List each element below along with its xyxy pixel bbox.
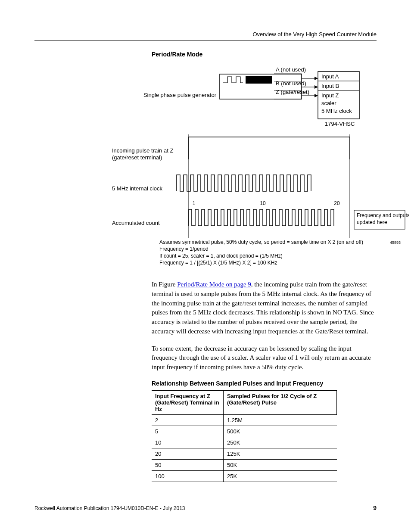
table-header-1: Input Frequency at Z (Gate/Reset) Termin… [152,390,224,414]
figure-link[interactable]: Period/Rate Mode on page 9 [177,281,251,288]
period-rate-diagram: Single phase pulse generator A (not used… [99,65,411,268]
table-row: 10025K [152,470,337,482]
svg-text:Frequency and outputs: Frequency and outputs [357,212,409,218]
svg-text:updated here: updated here [357,219,387,225]
svg-rect-1 [246,76,272,84]
svg-text:Z (gate/reset): Z (gate/reset) [276,89,309,95]
figure-title: Period/Rate Mode [152,51,377,58]
svg-marker-6 [314,77,318,80]
svg-text:20: 20 [334,200,340,206]
paragraph-1: In Figure Period/Rate Mode on page 9, th… [152,280,378,372]
svg-marker-8 [314,94,318,97]
svg-marker-7 [314,85,318,89]
svg-text:Input A: Input A [321,73,339,80]
svg-text:Input Z: Input Z [321,92,339,99]
table-row: 10250K [152,437,337,448]
page-number: 9 [373,504,377,511]
table-row: 21.25M [152,414,337,426]
svg-text:5 MHz clock: 5 MHz clock [321,108,352,114]
svg-text:10: 10 [260,200,266,206]
svg-text:45893: 45893 [390,240,401,245]
svg-text:Input B: Input B [321,83,339,89]
svg-text:Assumes symmetrical pulse, 50%: Assumes symmetrical pulse, 50% duty cycl… [159,239,363,245]
table-title: Relationship Between Sampled Pulses and … [152,380,377,387]
table-row: 5500K [152,426,337,437]
svg-text:(gate/reset terminal): (gate/reset terminal) [112,154,162,161]
svg-text:5 MHz internal clock: 5 MHz internal clock [112,185,163,192]
frequency-table: Input Frequency at Z (Gate/Reset) Termin… [152,390,337,482]
svg-text:If count = 25, scaler = 1, and: If count = 25, scaler = 1, and clock per… [159,253,283,259]
footer-publication: Rockwell Automation Publication 1794-UM0… [34,505,377,511]
paragraph-2: To some extent, the decrease in accuracy… [152,344,378,372]
svg-text:Frequency = 1 / [(25/1) X (1/5: Frequency = 1 / [(25/1) X (1/5 MHz) X 2]… [159,260,277,266]
para1-prefix: In Figure [152,281,177,288]
para1-suffix: , the incoming pulse train from the gate… [152,281,374,335]
svg-text:Accumulated count: Accumulated count [112,220,160,226]
svg-text:Frequency = 1/period: Frequency = 1/period [159,246,209,252]
table-header-2: Sampled Pulses for 1/2 Cycle of Z (Gate/… [224,390,337,414]
svg-text:Single phase pulse generator: Single phase pulse generator [143,92,217,98]
svg-text:scaler: scaler [321,100,336,106]
table-row: 20125K [152,448,337,459]
table-row: 5050K [152,459,337,470]
page-header: Overview of the Very High Speed Counter … [34,31,377,40]
svg-text:B (not used): B (not used) [276,80,306,87]
svg-text:Incoming pulse train at Z: Incoming pulse train at Z [112,147,173,154]
svg-text:A (not used): A (not used) [276,66,306,73]
svg-text:1: 1 [193,200,196,206]
svg-text:1794-VHSC: 1794-VHSC [325,121,355,127]
